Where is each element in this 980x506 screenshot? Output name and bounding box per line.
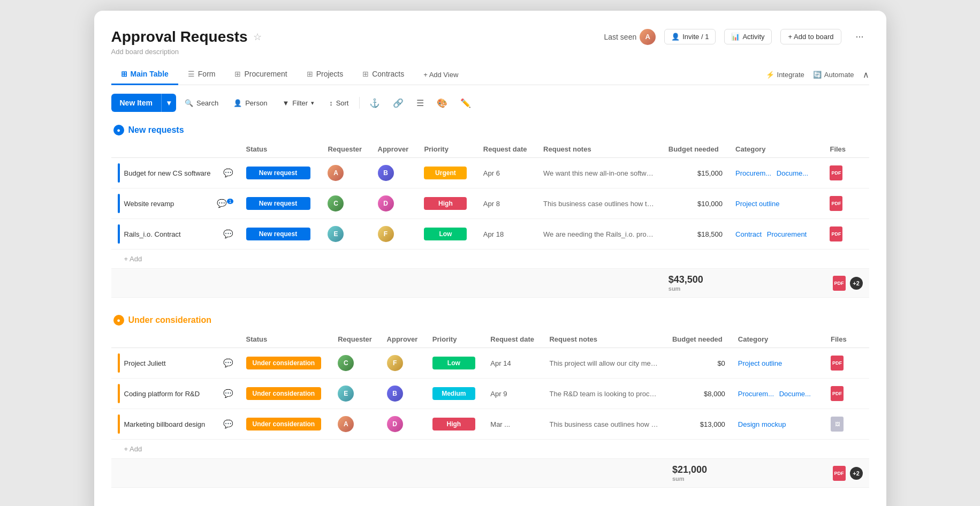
tab-procurement[interactable]: ⊞ Procurement xyxy=(225,64,297,85)
add-row[interactable]: + Add xyxy=(111,250,869,269)
status-badge: Under consideration xyxy=(246,387,322,400)
row-name-cell: Budget for new CS software 💬 xyxy=(111,158,240,188)
add-to-board-button[interactable]: + Add to board xyxy=(780,29,842,44)
sum-pdf-icon[interactable]: PDF xyxy=(833,276,846,291)
comment-icon[interactable]: 💬 xyxy=(223,419,233,429)
col-approver-header: Approver xyxy=(371,141,418,158)
pdf-icon[interactable]: PDF xyxy=(831,386,844,401)
new-item-arrow[interactable]: ▾ xyxy=(162,94,176,112)
comment-icon[interactable]: 💬 xyxy=(223,389,233,398)
under-consideration-table: Status Requester Approver Priority Reque… xyxy=(111,331,869,488)
category-link-2[interactable]: Procurement xyxy=(767,230,807,238)
collapse-button[interactable]: ∧ xyxy=(863,70,869,80)
category-link[interactable]: Design mockup xyxy=(738,420,786,428)
link-icon-button[interactable]: ⚓ xyxy=(364,94,385,112)
col-status-header: Status xyxy=(240,331,332,348)
col-category-header: Category xyxy=(729,141,823,158)
category-link-1[interactable]: Procurem... xyxy=(738,390,774,398)
pdf-icon[interactable]: PDF xyxy=(830,226,842,241)
files-cell: PDF xyxy=(823,188,869,219)
add-row-label[interactable]: + Add xyxy=(118,251,149,267)
section-title-new-requests: New requests xyxy=(128,125,184,135)
category-link-2[interactable]: Docume... xyxy=(779,390,811,398)
new-item-button[interactable]: New Item ▾ xyxy=(111,94,176,112)
category-link[interactable]: Project outline xyxy=(735,200,779,208)
person-button[interactable]: 👤 Person xyxy=(227,95,274,111)
files-cell: PDF xyxy=(823,219,869,250)
col-files-header: Files xyxy=(823,141,869,158)
category-link-2[interactable]: Docume... xyxy=(777,169,808,177)
pdf-icon[interactable]: PDF xyxy=(830,165,842,180)
requester-avatar: C xyxy=(328,195,344,212)
contracts-tab-icon: ⊞ xyxy=(362,70,369,78)
sum-pdf-icon[interactable]: PDF xyxy=(833,466,846,481)
group-icon-button[interactable]: ☰ xyxy=(411,94,429,112)
tab-projects[interactable]: ⊞ Projects xyxy=(297,64,353,85)
table-row: Marketing billboard design 💬 Under consi… xyxy=(111,409,869,440)
pdf-icon[interactable]: PDF xyxy=(831,356,844,371)
integrate-button[interactable]: ⚡ Integrate xyxy=(766,71,804,79)
projects-tab-icon: ⊞ xyxy=(307,70,313,78)
category-link-1[interactable]: Contract xyxy=(735,230,762,238)
sum-cell: $43,500 sum xyxy=(662,269,729,298)
tabs-bar: ⊞ Main Table ☰ Form ⊞ Procurement ⊞ Proj… xyxy=(111,64,869,85)
budget-cell: $0 xyxy=(666,348,732,379)
more-options-button[interactable]: ··· xyxy=(850,28,869,46)
status-badge: Under consideration xyxy=(246,418,322,431)
color-icon-button[interactable]: 🎨 xyxy=(431,94,453,112)
star-icon[interactable]: ☆ xyxy=(253,31,262,43)
person-filter-icon: 👤 xyxy=(233,99,242,107)
approver-avatar: D xyxy=(387,416,403,432)
img-icon[interactable]: 🖼 xyxy=(831,417,844,432)
main-table-tab-icon: ⊞ xyxy=(121,70,127,78)
status-badge: New request xyxy=(246,228,310,240)
table-under-consideration: Status Requester Approver Priority Reque… xyxy=(111,331,869,488)
filter-button[interactable]: ▼ Filter ▾ xyxy=(276,95,321,111)
requester-avatar: A xyxy=(338,416,354,432)
add-view-button[interactable]: + Add View xyxy=(416,66,466,83)
comment-icon[interactable]: 💬 xyxy=(223,229,233,239)
approver-avatar: F xyxy=(387,355,403,371)
notes-cell: We are needing the Rails_i.o. program by… xyxy=(537,219,662,250)
category-link[interactable]: Project outline xyxy=(738,359,782,367)
budget-cell: $10,000 xyxy=(662,188,729,219)
page-title: Approval Requests xyxy=(111,28,248,46)
date-cell: Apr 14 xyxy=(484,348,543,379)
hide-icon-button[interactable]: 🔗 xyxy=(388,94,409,112)
comment-icon[interactable]: 💬 xyxy=(223,358,233,368)
board-description[interactable]: Add board description xyxy=(111,48,869,56)
category-cell: Project outline xyxy=(732,348,824,379)
files-cell: PDF xyxy=(824,348,869,379)
filter-icon: ▼ xyxy=(282,99,289,107)
search-button[interactable]: 🔍 Search xyxy=(178,95,225,111)
requester-avatar: A xyxy=(328,165,344,181)
pdf-icon[interactable]: PDF xyxy=(830,196,842,211)
category-link-1[interactable]: Procurem... xyxy=(735,169,771,177)
comment-icon[interactable]: 💬1 xyxy=(217,199,233,208)
section-header-under-consideration: ● Under consideration xyxy=(111,315,869,326)
sum-extra-badge: +2 xyxy=(850,277,863,290)
procurement-tab-icon: ⊞ xyxy=(234,70,241,78)
toolbar: New Item ▾ 🔍 Search 👤 Person ▼ Filter ▾ … xyxy=(111,94,869,112)
col-date-header: Request date xyxy=(484,331,543,348)
edit-icon-button[interactable]: ✏️ xyxy=(455,94,476,112)
add-row-label[interactable]: + Add xyxy=(118,441,149,457)
activity-button[interactable]: 📊 Activity xyxy=(724,29,771,44)
last-seen: Last seen A xyxy=(604,29,656,45)
sort-button[interactable]: ↕ Sort xyxy=(323,95,355,111)
invite-button[interactable]: 👤 Invite / 1 xyxy=(664,29,716,44)
sum-cell: $21,000 sum xyxy=(666,459,732,488)
table-row: Coding platform for R&D 💬 Under consider… xyxy=(111,379,869,409)
tab-contracts[interactable]: ⊞ Contracts xyxy=(353,64,414,85)
header-right: Last seen A 👤 Invite / 1 📊 Activity + Ad… xyxy=(604,28,869,46)
automate-icon: 🔄 xyxy=(813,71,822,79)
automate-button[interactable]: 🔄 Automate xyxy=(813,71,854,79)
section-new-requests: ● New requests Status Requester Approver… xyxy=(111,125,869,298)
requester-avatar: E xyxy=(328,226,344,242)
col-requester-header: Requester xyxy=(321,141,371,158)
sum-files-cell: PDF +2 xyxy=(824,459,869,488)
add-row[interactable]: + Add xyxy=(111,440,869,459)
comment-icon[interactable]: 💬 xyxy=(223,168,233,178)
tab-main-table[interactable]: ⊞ Main Table xyxy=(111,64,178,85)
tab-form[interactable]: ☰ Form xyxy=(178,64,225,85)
